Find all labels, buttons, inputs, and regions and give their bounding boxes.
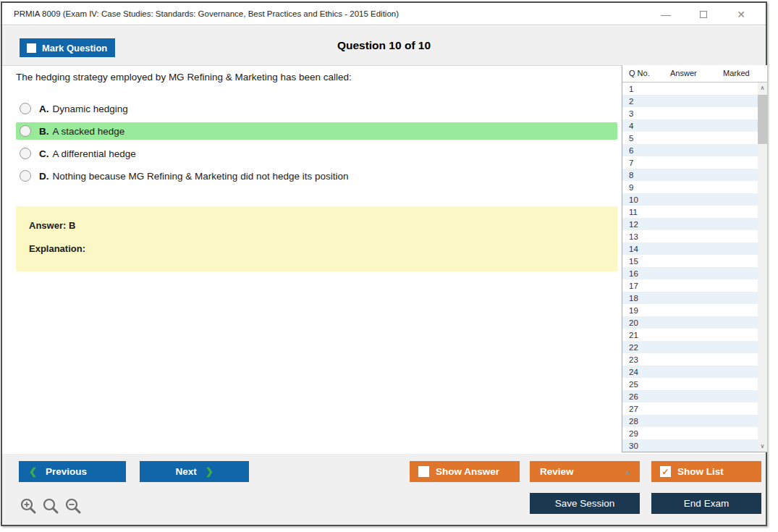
- window-title: PRMIA 8009 (Exam IV: Case Studies: Stand…: [2, 9, 399, 18]
- question-list-row[interactable]: 17: [622, 279, 758, 292]
- question-list-row[interactable]: 3: [622, 107, 758, 119]
- question-list-row[interactable]: 9: [622, 181, 758, 193]
- question-list-row[interactable]: 27: [622, 402, 758, 415]
- column-header-answer: Answer: [670, 69, 697, 77]
- answer-option-b-highlighted[interactable]: B. A stacked hedge: [16, 122, 617, 140]
- explanation-label: Explanation:: [29, 243, 85, 254]
- previous-button[interactable]: ❮ Previous: [19, 461, 126, 482]
- question-list-row[interactable]: 22: [622, 341, 758, 353]
- title-bar: PRMIA 8009 (Exam IV: Case Studies: Stand…: [2, 3, 766, 25]
- previous-label: Previous: [46, 466, 87, 477]
- answer-options: A. Dynamic hedging B. A stacked hedge C.…: [16, 100, 617, 190]
- question-list-row[interactable]: 11: [622, 206, 758, 218]
- row-qno: 16: [629, 269, 669, 278]
- option-letter: D.: [39, 171, 49, 182]
- review-dropdown-button[interactable]: Review ▲: [530, 461, 640, 482]
- row-qno: 30: [629, 442, 669, 450]
- option-text: Nothing because MG Refining & Marketing …: [53, 171, 349, 182]
- question-list-row[interactable]: 6: [622, 144, 758, 156]
- question-list-row[interactable]: 10: [622, 193, 758, 206]
- show-list-button[interactable]: ✓ Show List: [651, 461, 761, 482]
- radio-button[interactable]: [20, 125, 31, 137]
- question-list-row[interactable]: 18: [622, 292, 758, 304]
- row-qno: 18: [629, 294, 669, 303]
- zoom-reset-icon[interactable]: [42, 497, 59, 515]
- row-qno: 2: [629, 97, 669, 106]
- question-list-row[interactable]: 25: [622, 378, 758, 390]
- question-list-row[interactable]: 14: [622, 242, 758, 255]
- question-list-panel: Q No. Answer Marked 12345678910111213141…: [622, 65, 767, 452]
- row-qno: 14: [629, 245, 669, 253]
- column-header-marked: Marked: [723, 69, 750, 77]
- question-list-row[interactable]: 2: [622, 95, 758, 107]
- row-qno: 26: [629, 392, 669, 401]
- zoom-in-icon[interactable]: [20, 497, 37, 515]
- question-list-row[interactable]: 21: [622, 329, 758, 341]
- row-qno: 4: [629, 122, 669, 130]
- show-answer-button[interactable]: Show Answer: [410, 461, 520, 482]
- question-counter: Question 10 of 10: [2, 39, 766, 52]
- question-list-row[interactable]: 26: [622, 390, 758, 402]
- footer-toolbar: ❮ Previous Next ❯ Show Answer Review ▲ ✓…: [2, 454, 766, 525]
- maximize-button[interactable]: [685, 3, 722, 25]
- question-list-row[interactable]: 30: [622, 439, 758, 452]
- show-answer-checkbox[interactable]: [418, 466, 429, 477]
- next-button[interactable]: Next ❯: [140, 461, 249, 482]
- show-list-checkbox-checked[interactable]: ✓: [660, 466, 671, 477]
- question-list-row[interactable]: 13: [622, 230, 758, 242]
- review-label: Review: [540, 466, 574, 477]
- row-qno: 10: [629, 195, 669, 204]
- end-exam-label: End Exam: [684, 498, 729, 509]
- question-list-row[interactable]: 15: [622, 255, 758, 267]
- option-letter: B.: [39, 126, 49, 137]
- row-qno: 19: [629, 306, 669, 315]
- question-list-row[interactable]: 19: [622, 304, 758, 316]
- answer-explanation-box: Answer: B Explanation:: [16, 206, 617, 271]
- scrollbar-thumb[interactable]: [758, 95, 767, 144]
- question-list-row[interactable]: 7: [622, 156, 758, 169]
- question-list-row[interactable]: 4: [622, 119, 758, 132]
- question-list-row[interactable]: 20: [622, 316, 758, 329]
- radio-button[interactable]: [20, 170, 31, 182]
- minimize-button[interactable]: —: [647, 3, 685, 25]
- row-qno: 9: [629, 183, 669, 192]
- row-qno: 17: [629, 282, 669, 290]
- question-list-scrollbar[interactable]: ∧ ∨: [758, 83, 767, 452]
- question-list-row[interactable]: 23: [622, 353, 758, 366]
- option-letter: C.: [39, 148, 49, 159]
- question-list-row[interactable]: 16: [622, 267, 758, 279]
- save-session-button[interactable]: Save Session: [530, 493, 640, 514]
- zoom-out-icon[interactable]: [64, 497, 82, 515]
- scroll-down-icon[interactable]: ∨: [758, 441, 767, 452]
- question-list-row[interactable]: 28: [622, 415, 758, 427]
- question-list-row[interactable]: 29: [622, 427, 758, 439]
- answer-option-d[interactable]: D. Nothing because MG Refining & Marketi…: [16, 167, 617, 185]
- row-qno: 29: [629, 429, 669, 438]
- close-button[interactable]: ✕: [722, 3, 760, 25]
- option-text: A stacked hedge: [53, 126, 125, 137]
- radio-button[interactable]: [20, 148, 31, 159]
- row-qno: 23: [629, 355, 669, 364]
- scroll-up-icon[interactable]: ∧: [758, 83, 767, 93]
- question-list-row[interactable]: 24: [622, 366, 758, 378]
- row-qno: 13: [629, 232, 669, 241]
- question-text: The hedging strategy employed by MG Refi…: [16, 72, 352, 83]
- row-qno: 21: [629, 331, 669, 339]
- option-letter: A.: [39, 104, 49, 114]
- show-list-label: Show List: [677, 466, 724, 477]
- question-list-header: Q No. Answer Marked: [622, 65, 767, 83]
- row-qno: 24: [629, 368, 669, 376]
- radio-button[interactable]: [20, 103, 31, 114]
- row-qno: 15: [629, 257, 669, 266]
- option-text: A differential hedge: [53, 148, 136, 159]
- question-list-row[interactable]: 12: [622, 218, 758, 230]
- next-label: Next: [175, 466, 196, 477]
- end-exam-button[interactable]: End Exam: [651, 493, 761, 514]
- row-qno: 1: [629, 85, 669, 93]
- question-list-row[interactable]: 1: [622, 83, 758, 95]
- answer-option-a[interactable]: A. Dynamic hedging: [16, 100, 617, 117]
- question-list-row[interactable]: 8: [622, 169, 758, 181]
- question-list-row[interactable]: 5: [622, 132, 758, 144]
- answer-option-c[interactable]: C. A differential hedge: [16, 145, 617, 162]
- exam-window: PRMIA 8009 (Exam IV: Case Studies: Stand…: [1, 1, 767, 526]
